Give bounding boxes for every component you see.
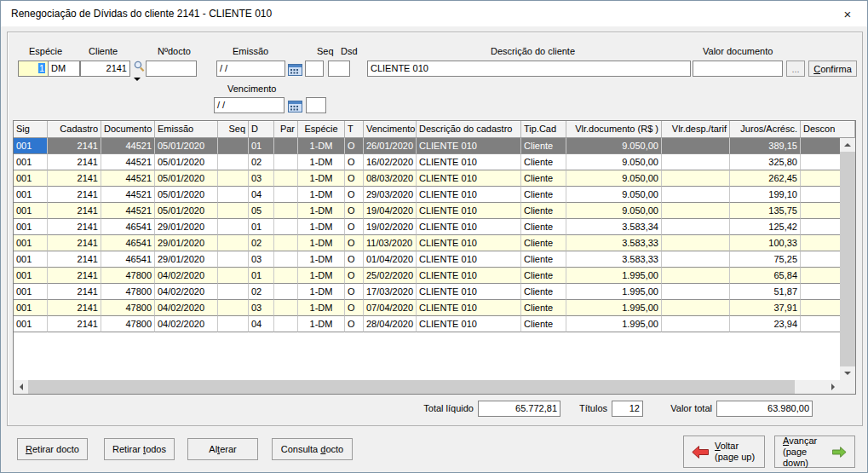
table-row[interactable]: 00121414452105/01/2020051-DMO19/04/2020C… (14, 203, 855, 219)
table-cell: O (345, 316, 364, 332)
table-cell: 1.995,00 (566, 316, 662, 332)
table-cell: Cliente (521, 154, 566, 170)
close-button[interactable]: × (828, 1, 867, 26)
vencimento-input[interactable]: / / (214, 97, 285, 113)
table-cell (274, 235, 298, 251)
table-row[interactable]: 00121414452105/01/2020011-DMO26/01/2020C… (14, 138, 855, 154)
scroll-up-button[interactable] (840, 138, 855, 152)
table-cell: Cliente (521, 316, 566, 332)
scrollbar-corner (840, 380, 855, 394)
cliente-dropdown-arrow-icon[interactable] (134, 78, 141, 84)
table-cell: 28/04/2020 (364, 316, 417, 332)
table-cell: 001 (14, 170, 48, 187)
column-header[interactable]: Espécie (298, 121, 345, 138)
table-cell: 1-DM (298, 187, 345, 203)
table-cell: 29/01/2020 (155, 251, 218, 268)
table-cell (274, 284, 298, 300)
avancar-button[interactable]: Avançar (page down) (774, 436, 855, 468)
column-header[interactable]: Cadastro (48, 121, 101, 138)
table-cell: 04/02/2020 (155, 284, 218, 300)
emissao-input[interactable]: / / (216, 61, 285, 77)
nodocto-input[interactable] (146, 61, 197, 77)
emissao-calendar-button[interactable] (287, 61, 303, 77)
table-cell: 9.050,00 (566, 138, 662, 154)
table-row[interactable]: 00121414654129/01/2020011-DMO19/02/2020C… (14, 219, 855, 235)
scroll-left-button[interactable] (14, 380, 28, 394)
column-header[interactable]: Seq (218, 121, 249, 138)
horizontal-scrollbar[interactable] (14, 380, 840, 394)
retirar-todos-button[interactable]: Retirar todos (104, 438, 175, 460)
table-cell: 05/01/2020 (155, 154, 218, 170)
column-header[interactable]: Vlr.desp./tarif (662, 121, 730, 138)
title-bar: Renegociação de Dívidas do cliente 2141 … (1, 1, 867, 26)
column-header[interactable]: Emissão (155, 121, 218, 138)
column-header[interactable]: Tip.Cad (521, 121, 566, 138)
retirar-docto-button[interactable]: Retirar docto (17, 438, 88, 460)
table-cell: 29/01/2020 (155, 235, 218, 251)
vertical-scrollbar-thumb[interactable] (840, 152, 855, 366)
consulta-docto-button[interactable]: Consulta docto (272, 438, 353, 460)
especie-label: Espécie (29, 46, 62, 57)
column-header[interactable]: Documento (101, 121, 155, 138)
table-cell: 01/04/2020 (364, 251, 417, 268)
table-cell: O (345, 170, 364, 187)
alterar-button[interactable]: Alterar (187, 438, 258, 460)
scroll-right-button[interactable] (825, 380, 840, 394)
vertical-scrollbar[interactable] (840, 138, 855, 380)
column-header[interactable]: Descrição do cadastro (417, 121, 521, 138)
column-header[interactable]: Vlr.documento (R$ ) (566, 121, 662, 138)
table-row[interactable]: 00121414452105/01/2020021-DMO16/02/2020C… (14, 154, 855, 170)
back-arrow-icon (692, 446, 709, 459)
table-cell: Cliente (521, 203, 566, 219)
table-cell: 3.583,33 (566, 235, 662, 251)
scroll-down-button[interactable] (840, 366, 855, 380)
table-cell: 001 (14, 154, 48, 170)
confirma-button[interactable]: Confirma (808, 61, 857, 77)
column-header[interactable]: T (345, 121, 364, 138)
horizontal-scrollbar-thumb[interactable] (28, 380, 795, 394)
valor-documento-input[interactable] (693, 61, 783, 77)
table-cell: O (345, 187, 364, 203)
especie-input[interactable]: 1 (18, 61, 49, 77)
vencimento-calendar-button[interactable] (287, 97, 303, 113)
column-header[interactable]: Sig (14, 121, 48, 138)
table-cell: Cliente (521, 251, 566, 268)
column-header[interactable]: Par (274, 121, 298, 138)
cliente-input[interactable]: 2141 (80, 61, 130, 77)
search-icon[interactable] (133, 61, 145, 72)
column-header[interactable]: D (249, 121, 274, 138)
table-cell: 04 (249, 316, 274, 332)
table-cell: 1-DM (298, 170, 345, 187)
table-cell (218, 138, 249, 154)
table-cell: 2141 (48, 300, 101, 316)
voltar-button[interactable]: Voltar (page up) (683, 436, 765, 468)
browse-button[interactable]: ... (786, 61, 805, 77)
seq-input[interactable] (305, 61, 324, 77)
table-cell (274, 300, 298, 316)
table-row[interactable]: 00121414780004/02/2020041-DMO28/04/2020C… (14, 316, 855, 332)
vencimento-extra-input[interactable] (306, 97, 326, 113)
column-header[interactable]: Vencimento (364, 121, 417, 138)
table-row[interactable]: 00121414452105/01/2020041-DMO29/03/2020C… (14, 187, 855, 203)
avancar-sublabel: (page down) (783, 447, 826, 469)
table-row[interactable]: 00121414654129/01/2020031-DMO01/04/2020C… (14, 251, 855, 268)
column-header[interactable]: Descon (801, 121, 855, 138)
cliente-label: Cliente (89, 46, 118, 57)
table-cell: 02 (249, 235, 274, 251)
table-cell: 16/02/2020 (364, 154, 417, 170)
table-cell: 05/01/2020 (155, 170, 218, 187)
table-row[interactable]: 00121414780004/02/2020011-DMO25/02/2020C… (14, 268, 855, 284)
table-cell (274, 187, 298, 203)
table-row[interactable]: 00121414452105/01/2020031-DMO08/03/2020C… (14, 170, 855, 187)
calendar-icon (288, 62, 302, 76)
horizontal-scrollbar-track[interactable] (795, 380, 825, 394)
calendar-icon (288, 99, 302, 112)
table-cell: 75,25 (730, 251, 801, 268)
table-row[interactable]: 00121414654129/01/2020021-DMO11/03/2020C… (14, 235, 855, 251)
voltar-sublabel: (page up) (715, 452, 755, 463)
column-header[interactable]: Juros/Acrésc. (730, 121, 801, 138)
dsd-input[interactable] (328, 61, 350, 77)
table-row[interactable]: 00121414780004/02/2020021-DMO17/03/2020C… (14, 284, 855, 300)
table-row[interactable]: 00121414780004/02/2020031-DMO07/04/2020C… (14, 300, 855, 316)
table-cell: 47800 (101, 268, 155, 284)
